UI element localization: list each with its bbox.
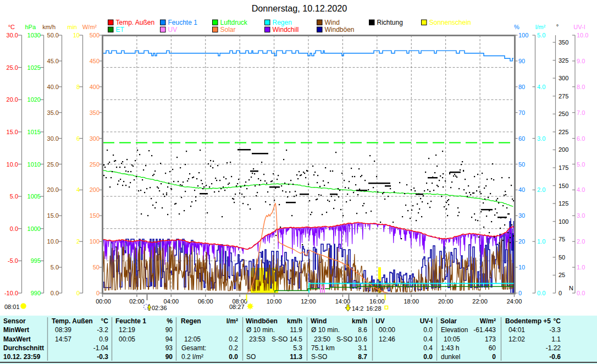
- svg-text:%: %: [514, 24, 519, 30]
- svg-text:W/m²: W/m²: [480, 317, 496, 325]
- svg-text:450: 450: [90, 58, 100, 64]
- svg-text:1010: 1010: [27, 161, 41, 168]
- svg-text:Solar: Solar: [220, 26, 236, 34]
- svg-text:°C: °C: [8, 24, 15, 30]
- svg-text:5.3: 5.3: [293, 344, 302, 352]
- svg-text:225: 225: [559, 129, 568, 135]
- svg-text:16:28: 16:28: [366, 305, 382, 312]
- svg-text:Wind: Wind: [325, 19, 340, 26]
- svg-text:30.0: 30.0: [47, 135, 59, 142]
- svg-text:Temp. Außen: Temp. Außen: [52, 317, 93, 325]
- svg-text:S-SO: S-SO: [311, 353, 327, 361]
- svg-text:km/h: km/h: [352, 317, 367, 325]
- svg-text:6: 6: [76, 135, 80, 142]
- svg-text:2.0: 2.0: [577, 238, 585, 245]
- svg-text:250: 250: [90, 161, 100, 168]
- svg-text:Feuchte 1: Feuchte 1: [115, 317, 146, 325]
- svg-text:150: 150: [559, 183, 568, 189]
- svg-text:-3.3: -3.3: [549, 326, 561, 334]
- svg-text:Wind: Wind: [311, 317, 327, 325]
- svg-text:125: 125: [559, 200, 568, 207]
- svg-text:1:43 h: 1:43 h: [441, 344, 459, 352]
- svg-text:UV-I: UV-I: [420, 317, 433, 325]
- svg-text:10.0: 10.0: [47, 238, 59, 245]
- svg-text:23:50: 23:50: [314, 335, 330, 343]
- svg-text:25.0: 25.0: [7, 64, 18, 71]
- svg-text:UV: UV: [168, 26, 178, 34]
- svg-text:Sensor: Sensor: [3, 317, 26, 325]
- svg-text:1.0: 1.0: [537, 238, 545, 245]
- svg-text:3.0: 3.0: [537, 135, 545, 142]
- svg-text:5.0: 5.0: [51, 264, 59, 271]
- svg-text:500: 500: [90, 32, 100, 38]
- svg-text:60: 60: [489, 344, 496, 352]
- svg-text:23:53: 23:53: [249, 335, 266, 343]
- svg-text:10.12. 23:59: 10.12. 23:59: [3, 353, 41, 361]
- svg-text:11.9: 11.9: [290, 326, 303, 334]
- svg-text:15.0: 15.0: [47, 212, 59, 219]
- svg-text:-5.0: -5.0: [8, 257, 18, 264]
- svg-text:350: 350: [559, 39, 568, 46]
- svg-text:Temp. Außen: Temp. Außen: [116, 19, 155, 26]
- svg-text:45.0: 45.0: [47, 58, 59, 64]
- svg-text:10: 10: [518, 264, 525, 271]
- svg-text:08:01: 08:01: [4, 304, 20, 310]
- svg-text:75.1 km: 75.1 km: [311, 344, 335, 352]
- svg-text:00:00: 00:00: [379, 326, 395, 334]
- svg-text:22:00: 22:00: [472, 298, 488, 305]
- svg-text:8: 8: [76, 84, 80, 90]
- svg-text:8.6: 8.6: [358, 326, 367, 334]
- svg-text:Sonnenschein: Sonnenschein: [429, 19, 471, 26]
- svg-text:0.4: 0.4: [423, 344, 433, 352]
- svg-text:995: 995: [31, 257, 41, 264]
- svg-text:ET: ET: [116, 26, 125, 34]
- svg-text:1.0: 1.0: [577, 264, 585, 271]
- svg-text:0.0: 0.0: [423, 326, 433, 334]
- svg-text:30: 30: [518, 212, 525, 219]
- svg-text:2.0: 2.0: [537, 186, 545, 193]
- svg-text:9.0: 9.0: [577, 58, 585, 64]
- svg-text:14:57: 14:57: [55, 335, 71, 343]
- svg-text:02:36: 02:36: [152, 305, 167, 311]
- svg-text:25.0: 25.0: [47, 161, 59, 168]
- svg-text:0.0: 0.0: [10, 225, 18, 232]
- svg-text:Richtung: Richtung: [377, 19, 403, 26]
- svg-text:24:00: 24:00: [507, 298, 522, 305]
- svg-text:14:2: 14:2: [352, 305, 363, 312]
- svg-text:°C: °C: [554, 317, 561, 325]
- svg-text:Durchschnitt: Durchschnitt: [3, 344, 44, 352]
- svg-text:%: %: [167, 317, 173, 325]
- svg-text:-3.2: -3.2: [97, 326, 108, 334]
- svg-text:0.9: 0.9: [99, 335, 108, 343]
- svg-text:08:39: 08:39: [55, 326, 71, 334]
- svg-text:°: °: [556, 23, 559, 30]
- svg-text:1.1: 1.1: [551, 335, 561, 343]
- svg-text:Windböen: Windböen: [325, 26, 355, 34]
- svg-text:80: 80: [518, 84, 525, 90]
- svg-text:15.0: 15.0: [7, 129, 18, 135]
- svg-text:275: 275: [559, 93, 568, 100]
- svg-text:-10.0: -10.0: [4, 290, 18, 296]
- svg-text:Solar: Solar: [440, 317, 457, 325]
- svg-text:400: 400: [90, 84, 100, 90]
- svg-text:50: 50: [559, 254, 565, 261]
- svg-text:18:00: 18:00: [403, 298, 419, 305]
- svg-text:km/h: km/h: [287, 317, 302, 325]
- svg-text:2: 2: [76, 238, 80, 245]
- svg-text:90: 90: [165, 326, 173, 334]
- svg-text:00:05: 00:05: [119, 335, 135, 343]
- svg-text:MaxWert: MaxWert: [3, 335, 31, 343]
- svg-text:Windböen: Windböen: [246, 317, 278, 325]
- svg-text:10:05: 10:05: [444, 335, 460, 343]
- svg-text:S-SO 14.5: S-SO 14.5: [272, 335, 302, 343]
- svg-text:0.2: 0.2: [229, 344, 238, 352]
- svg-text:Gesamt:: Gesamt:: [181, 344, 206, 352]
- svg-text:1000: 1000: [27, 225, 41, 232]
- svg-text:90: 90: [518, 58, 525, 64]
- svg-text:4.0: 4.0: [537, 84, 545, 90]
- svg-text:12:05: 12:05: [184, 335, 201, 343]
- svg-text:SO: SO: [246, 353, 256, 361]
- svg-text:12:19: 12:19: [119, 326, 135, 334]
- svg-text:100: 100: [90, 238, 100, 245]
- svg-text:0.0: 0.0: [423, 353, 433, 361]
